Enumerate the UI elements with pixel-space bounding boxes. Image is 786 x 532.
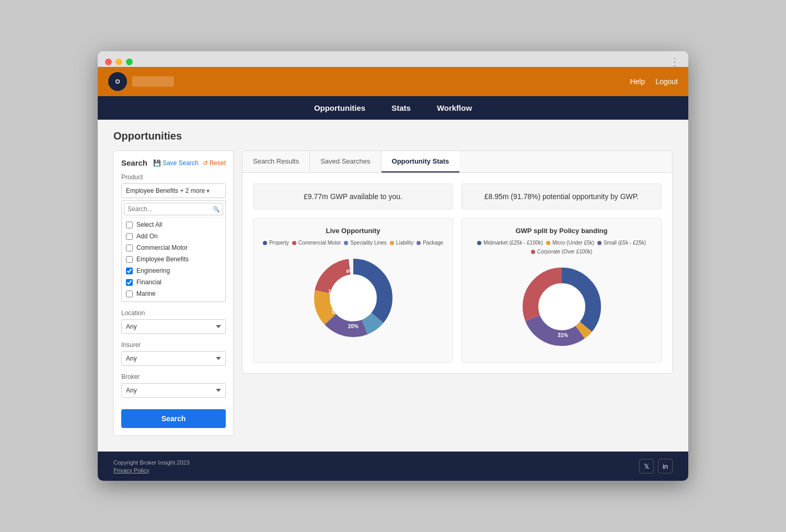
close-dot[interactable] bbox=[105, 59, 112, 65]
svg-point-2 bbox=[117, 80, 119, 83]
sidebar-header: Search 💾 Save Search ↺ Reset bbox=[121, 158, 226, 167]
logo-text bbox=[132, 76, 174, 87]
sidebar: Search 💾 Save Search ↺ Reset Pr bbox=[113, 151, 234, 436]
save-search-button[interactable]: 💾 Save Search bbox=[153, 159, 199, 167]
svg-text:20%: 20% bbox=[348, 323, 358, 329]
checkbox-marine[interactable] bbox=[126, 291, 133, 297]
sidebar-title: Search bbox=[121, 158, 147, 167]
legend-item: Liability bbox=[390, 240, 413, 246]
header-nav-right: Help Logout bbox=[630, 77, 678, 86]
product-dropdown[interactable]: Employee Benefits + 2 more ▼ bbox=[121, 183, 226, 198]
checkbox-label: Select All bbox=[136, 221, 162, 228]
product-filter-section: Product Employee Benefits + 2 more ▼ 🔍 bbox=[121, 174, 226, 302]
checkbox-engineering[interactable] bbox=[126, 268, 133, 274]
copyright-text: Copyright Broker Insight 2023 bbox=[113, 459, 190, 466]
legend-item: Speciality Lines bbox=[344, 240, 386, 246]
gwp-potential-card: £8.95m (91.78%) potential opportunity by… bbox=[461, 183, 662, 210]
checkbox-commercial-motor[interactable] bbox=[126, 245, 133, 251]
checkbox-label: Engineering bbox=[136, 267, 170, 274]
checkbox-employee-benefits[interactable] bbox=[126, 256, 133, 263]
checkbox-search-wrap: 🔍 bbox=[124, 203, 223, 215]
twitter-icon[interactable]: 𝕏 bbox=[639, 459, 654, 473]
legend-color-dot bbox=[477, 241, 481, 245]
product-label: Product bbox=[121, 174, 226, 181]
location-filter-section: Location Any bbox=[121, 309, 226, 334]
legend-item: Corporate (Over £100k) bbox=[531, 249, 593, 255]
svg-text:36%: 36% bbox=[357, 287, 367, 293]
checkbox-dropdown: 🔍 Select AllAdd OnCommercial MotorEmploy… bbox=[121, 200, 226, 302]
reset-button[interactable]: ↺ Reset bbox=[203, 159, 226, 167]
svg-text:31%: 31% bbox=[557, 332, 568, 338]
tab-saved-searches[interactable]: Saved Searches bbox=[310, 151, 381, 172]
insurer-filter-section: Insurer Any bbox=[121, 341, 226, 366]
checkbox-item: Add On bbox=[122, 230, 225, 242]
maximize-dot[interactable] bbox=[126, 59, 133, 65]
legend-label: Package bbox=[423, 240, 443, 246]
save-search-label: Save Search bbox=[163, 159, 199, 167]
legend-label: Property bbox=[269, 240, 289, 246]
svg-text:15%: 15% bbox=[328, 289, 338, 295]
legend-color-dot bbox=[546, 241, 550, 245]
svg-point-18 bbox=[539, 284, 585, 330]
live-opportunity-title: Live Opportunity bbox=[262, 227, 444, 235]
gwp-policy-donut: 36% 31% 29% bbox=[515, 260, 609, 354]
minimize-dot[interactable] bbox=[115, 59, 122, 65]
legend-color-dot bbox=[292, 241, 296, 245]
nav-opportunities[interactable]: Opportunities bbox=[314, 103, 365, 112]
help-link[interactable]: Help bbox=[630, 77, 645, 86]
legend-label: Commercial Motor bbox=[298, 240, 341, 246]
checkbox-search-input[interactable] bbox=[124, 203, 223, 215]
legend-item: Commercial Motor bbox=[292, 240, 341, 246]
legend-label: Liability bbox=[396, 240, 413, 246]
browser-dots bbox=[105, 59, 133, 65]
search-icon: 🔍 bbox=[213, 206, 220, 213]
search-button[interactable]: Search bbox=[121, 409, 226, 428]
checkbox-select-all[interactable] bbox=[126, 222, 133, 228]
legend-item: Midmarket (£25k - £100k) bbox=[477, 240, 543, 246]
svg-text:19%: 19% bbox=[331, 309, 341, 315]
checkbox-add-on[interactable] bbox=[126, 233, 133, 240]
app-content: Opportunities Search 💾 Save Search ↺ Res… bbox=[98, 120, 688, 452]
broker-filter-section: Broker Any bbox=[121, 373, 226, 398]
svg-text:36%: 36% bbox=[568, 295, 578, 300]
live-opportunity-chart-container: 36% 20% 19% 15% 8% bbox=[262, 251, 444, 345]
location-select[interactable]: Any bbox=[121, 319, 226, 334]
insurer-select[interactable]: Any bbox=[121, 351, 226, 366]
checkbox-search-area: 🔍 bbox=[122, 201, 225, 218]
checkbox-label: Commercial Motor bbox=[136, 244, 188, 251]
checkbox-label: Employee Benefits bbox=[136, 256, 189, 263]
checkbox-financial[interactable] bbox=[126, 279, 133, 286]
privacy-policy-link[interactable]: Privacy Policy bbox=[113, 467, 190, 473]
tab-opportunity-stats[interactable]: Opportunity Stats bbox=[382, 151, 460, 172]
checkbox-list: Select AllAdd OnCommercial MotorEmployee… bbox=[122, 218, 225, 302]
charts-row: Live Opportunity PropertyCommercial Moto… bbox=[253, 218, 662, 363]
legend-label: Micro (Under £5k) bbox=[552, 240, 594, 246]
linkedin-icon[interactable]: in bbox=[658, 459, 673, 473]
legend-item: Micro (Under £5k) bbox=[546, 240, 594, 246]
broker-select[interactable]: Any bbox=[121, 383, 226, 398]
checkbox-item: Engineering bbox=[122, 265, 225, 276]
location-label: Location bbox=[121, 309, 226, 317]
checkbox-item: Liability bbox=[122, 299, 225, 302]
checkbox-item: Marine bbox=[122, 288, 225, 299]
tab-search-results[interactable]: Search Results bbox=[242, 151, 310, 172]
tab-content: £9.77m GWP available to you. £8.95m (91.… bbox=[242, 173, 672, 373]
app-nav: Opportunities Stats Workflow bbox=[98, 96, 688, 120]
logo-icon bbox=[108, 72, 127, 91]
legend-color-dot bbox=[390, 241, 394, 245]
footer-left: Copyright Broker Insight 2023 Privacy Po… bbox=[113, 459, 190, 473]
nav-stats[interactable]: Stats bbox=[391, 103, 411, 112]
app-header: Help Logout bbox=[98, 67, 688, 96]
content-layout: Search 💾 Save Search ↺ Reset Pr bbox=[113, 151, 673, 436]
browser-menu: ⋮ bbox=[669, 56, 681, 67]
logout-link[interactable]: Logout bbox=[655, 77, 678, 86]
page-title: Opportunities bbox=[113, 130, 673, 142]
save-icon: 💾 bbox=[153, 159, 161, 167]
tabs-bar: Search Results Saved Searches Opportunit… bbox=[242, 151, 672, 173]
checkbox-label: Financial bbox=[136, 279, 161, 286]
live-opportunity-legend: PropertyCommercial MotorSpeciality Lines… bbox=[262, 240, 444, 246]
nav-workflow[interactable]: Workflow bbox=[437, 103, 472, 112]
legend-color-dot bbox=[597, 241, 602, 245]
chevron-down-icon: ▼ bbox=[205, 188, 211, 194]
checkbox-label: Marine bbox=[136, 290, 156, 297]
